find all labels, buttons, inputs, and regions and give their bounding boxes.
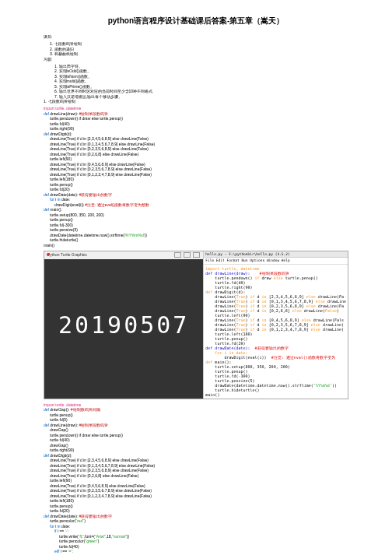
seven-seg-display: 20190507 xyxy=(58,311,190,339)
close-icon[interactable] xyxy=(193,252,200,258)
document-page: python语言程序设计基础课后答案-第五章（嵩天） 课后: 1. 七段数码管绘… xyxy=(0,0,392,555)
code-block: import turtle, datetime def drawGap(): #… xyxy=(44,402,348,555)
idle-titlebar: hello.py - F:\pythonDir\hello.py (3.5.2) xyxy=(204,251,348,258)
minimize-icon[interactable] xyxy=(174,252,181,258)
screenshot: Python Turtle Graphics 20190507 hello.py… xyxy=(44,251,348,399)
code-line: import turtle, datetime xyxy=(44,106,81,111)
window-titlebar: Python Turtle Graphics xyxy=(44,251,203,259)
window-buttons xyxy=(174,252,200,258)
code-block: import turtle, datetime def drawLine(dra… xyxy=(44,106,348,248)
code-line: import turtle, datetime xyxy=(44,402,81,407)
window-title: Python Turtle Graphics xyxy=(47,252,87,258)
maximize-icon[interactable] xyxy=(184,252,191,258)
page-title: python语言程序设计基础课后答案-第五章（嵩天） xyxy=(44,16,348,26)
idle-body: import turtle, datetimedef drawLine(draw… xyxy=(204,265,348,399)
section-num: 1. 七段数码管绘制 xyxy=(44,99,348,104)
outline-header: 习题: xyxy=(44,57,348,61)
code-line: main() xyxy=(44,243,348,248)
idle-window: hello.py - F:\pythonDir\hello.py (3.5.2)… xyxy=(203,251,348,399)
idle-menu[interactable]: File Edit Format Run Options Window Help xyxy=(204,258,348,264)
ladybug-icon xyxy=(47,253,50,256)
outline-header: 课后: xyxy=(44,34,348,39)
turtle-window: Python Turtle Graphics 20190507 xyxy=(44,251,203,399)
